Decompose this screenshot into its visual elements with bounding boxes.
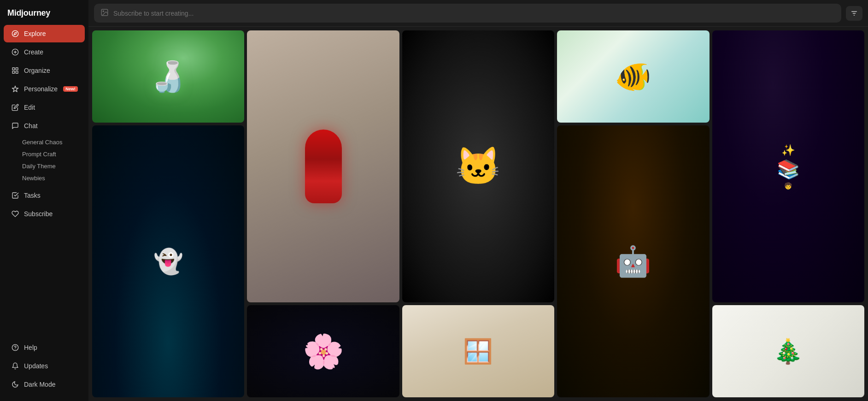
sidebar-bottom: Help Updates Dark Mode: [0, 338, 88, 395]
gallery-item-6[interactable]: 👻: [92, 125, 244, 397]
sidebar: Midjourney Explore Create Organize Perso…: [0, 0, 88, 401]
explore-label: Explore: [24, 30, 46, 37]
plus-circle-icon: [11, 48, 19, 56]
bell-icon: [11, 362, 19, 370]
sidebar-item-personalize[interactable]: Personalize New!: [4, 80, 85, 98]
filter-button[interactable]: [846, 6, 862, 21]
moon-icon: [11, 380, 19, 389]
sidebar-item-newbies[interactable]: Newbies: [17, 172, 85, 184]
gallery-item-2[interactable]: [247, 30, 399, 302]
subscribe-label: Subscribe: [24, 210, 53, 218]
help-label: Help: [24, 344, 37, 351]
sidebar-item-updates[interactable]: Updates: [4, 357, 85, 375]
svg-rect-8: [16, 71, 18, 73]
gallery-item-3[interactable]: 🐱: [402, 30, 554, 302]
chat-subitems: General Chaos Prompt Craft Daily Theme N…: [13, 136, 88, 184]
updates-label: Updates: [24, 362, 48, 370]
chat-label: Chat: [24, 122, 38, 130]
svg-rect-6: [16, 68, 18, 70]
svg-rect-5: [12, 68, 15, 70]
sidebar-item-chat[interactable]: Chat: [4, 117, 85, 135]
search-bar[interactable]: [94, 4, 841, 23]
gallery-item-8[interactable]: 🪟: [402, 305, 554, 397]
gallery: 🐱 🐠 ✨ 📚 🧒 👻 🌸: [88, 27, 868, 401]
main-content: 🐱 🐠 ✨ 📚 🧒 👻 🌸: [88, 0, 868, 401]
gallery-item-9[interactable]: 🤖: [557, 125, 709, 397]
subscribe-icon: [11, 210, 19, 218]
personalize-label: Personalize: [24, 85, 58, 93]
dark-mode-label: Dark Mode: [24, 381, 55, 388]
sidebar-item-dark-mode[interactable]: Dark Mode: [4, 376, 85, 393]
gallery-item-10[interactable]: 🎄: [712, 305, 864, 397]
search-input[interactable]: [113, 10, 835, 17]
gallery-grid: 🐱 🐠 ✨ 📚 🧒 👻 🌸: [92, 30, 864, 397]
gallery-item-4[interactable]: 🐠: [557, 30, 709, 123]
svg-marker-1: [14, 32, 17, 35]
topbar: [88, 0, 868, 27]
create-label: Create: [24, 48, 43, 56]
sparkle-icon: [11, 85, 19, 93]
sidebar-item-subscribe[interactable]: Subscribe: [4, 205, 85, 223]
image-icon: [100, 8, 109, 18]
sidebar-item-explore[interactable]: Explore: [4, 25, 85, 42]
gallery-item-1[interactable]: [92, 30, 244, 123]
organize-label: Organize: [24, 67, 50, 74]
compass-icon: [11, 29, 19, 38]
svg-point-0: [12, 30, 18, 36]
chat-icon: [11, 122, 19, 130]
grid-icon: [11, 66, 19, 75]
tasks-label: Tasks: [24, 192, 41, 199]
sidebar-item-organize[interactable]: Organize: [4, 62, 85, 79]
tasks-icon: [11, 191, 19, 200]
sidebar-item-edit[interactable]: Edit: [4, 99, 85, 116]
gallery-item-5[interactable]: ✨ 📚 🧒: [712, 30, 864, 302]
sidebar-item-prompt-craft[interactable]: Prompt Craft: [17, 148, 85, 160]
sidebar-item-general-chaos[interactable]: General Chaos: [17, 136, 85, 148]
edit-icon: [11, 103, 19, 112]
sidebar-item-tasks[interactable]: Tasks: [4, 187, 85, 204]
svg-rect-7: [12, 71, 15, 73]
sidebar-item-create[interactable]: Create: [4, 43, 85, 61]
new-badge: New!: [63, 86, 78, 92]
edit-label: Edit: [24, 104, 35, 111]
app-logo: Midjourney: [0, 0, 88, 24]
sidebar-item-daily-theme[interactable]: Daily Theme: [17, 160, 85, 172]
gallery-item-7[interactable]: 🌸: [247, 305, 399, 397]
svg-point-12: [103, 11, 104, 12]
sidebar-item-help[interactable]: Help: [4, 339, 85, 356]
help-icon: [11, 343, 19, 352]
